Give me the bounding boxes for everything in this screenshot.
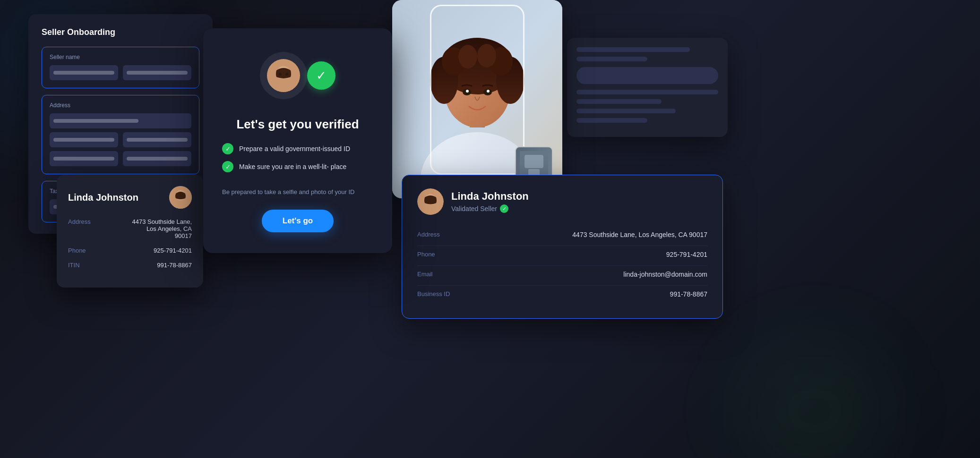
seller-name-label: Seller name bbox=[50, 54, 191, 60]
address-section: Address bbox=[42, 95, 199, 174]
phone-row: Phone 925-791-4201 bbox=[417, 246, 707, 266]
check-icon-1: ✓ bbox=[222, 143, 233, 154]
address-row: Address 4473 Southside Lane, Los Angeles… bbox=[417, 226, 707, 246]
validated-badge-text: Validated Seller bbox=[451, 205, 497, 212]
validated-avatar bbox=[417, 188, 444, 215]
profile-phone-row: Phone 925-791-4201 bbox=[68, 247, 192, 254]
business-id-row: Business ID 991-78-8867 bbox=[417, 286, 707, 305]
address-line1-input[interactable] bbox=[50, 113, 191, 128]
profile-address-row: Address 4473 Southside Lane, Los Angeles… bbox=[68, 218, 192, 239]
profile-itin-row: ITIN 991-78-8867 bbox=[68, 262, 192, 269]
address-label: Address bbox=[50, 102, 191, 109]
validated-address-label: Address bbox=[417, 231, 440, 238]
ri-line-4 bbox=[576, 99, 662, 104]
verification-icons: ✓ bbox=[260, 47, 335, 104]
address-row2 bbox=[50, 132, 191, 147]
first-name-input[interactable] bbox=[50, 65, 118, 80]
validated-address-value: 4473 Southside Lane, Los Angeles, CA 900… bbox=[572, 231, 707, 238]
profile-name: Linda Johnston bbox=[68, 192, 138, 203]
ri-line-6 bbox=[576, 118, 647, 123]
ri-line-3 bbox=[576, 90, 718, 94]
validated-phone-label: Phone bbox=[417, 251, 435, 258]
face-svg bbox=[267, 59, 300, 92]
ri-line-2 bbox=[576, 57, 647, 61]
profile-card: Linda Johnston Address 4473 Southside La… bbox=[57, 175, 203, 288]
last-name-input[interactable] bbox=[123, 65, 191, 80]
shield-check-icon: ✓ bbox=[307, 61, 335, 90]
ri-line-1 bbox=[576, 47, 690, 52]
seller-name-row bbox=[50, 65, 191, 80]
check-label-1: Prepare a valid government-issued ID bbox=[239, 145, 350, 153]
state-input[interactable] bbox=[123, 132, 191, 147]
svg-point-6 bbox=[279, 73, 282, 76]
validated-fields: Address 4473 Southside Lane, Los Angeles… bbox=[417, 226, 707, 305]
itin-field-label: ITIN bbox=[68, 262, 80, 269]
profile-header: Linda Johnston bbox=[68, 186, 192, 209]
lets-go-button[interactable]: Let's go bbox=[262, 210, 334, 232]
validated-email-value: linda-johnston@domain.com bbox=[623, 271, 707, 278]
svg-point-7 bbox=[285, 73, 288, 76]
verification-title: Let's get you verified bbox=[236, 117, 359, 132]
email-row: Email linda-johnston@domain.com bbox=[417, 266, 707, 286]
validated-business-id-label: Business ID bbox=[417, 290, 450, 297]
avatar bbox=[169, 186, 192, 209]
right-info-card bbox=[567, 38, 728, 137]
seller-name-section: Seller name bbox=[42, 47, 199, 88]
verification-note: Be prepared to take a selfie and photo o… bbox=[222, 188, 373, 195]
address-field-label: Address bbox=[68, 218, 91, 239]
onboarding-title: Seller Onboarding bbox=[42, 27, 199, 37]
check-icon-2: ✓ bbox=[222, 161, 233, 172]
validated-badge: Validated Seller ✓ bbox=[451, 204, 529, 213]
address-field-value: 4473 Southside Lane, Los Angeles, CA 900… bbox=[132, 218, 192, 239]
validated-email-label: Email bbox=[417, 271, 433, 278]
validated-name: Linda Johnston bbox=[451, 190, 529, 203]
ri-line-5 bbox=[576, 109, 676, 113]
video-card bbox=[392, 0, 562, 198]
zip-input[interactable] bbox=[50, 151, 118, 166]
validated-seller-card: Linda Johnston Validated Seller ✓ Addres… bbox=[402, 175, 723, 319]
phone-frame bbox=[430, 5, 524, 175]
verification-card: ✓ Let's get you verified ✓ Prepare a val… bbox=[203, 28, 392, 253]
video-inner bbox=[392, 0, 562, 198]
face-avatar bbox=[267, 59, 300, 92]
address-row3 bbox=[50, 151, 191, 166]
validated-business-id-value: 991-78-8867 bbox=[670, 290, 707, 298]
check-item-2: ✓ Make sure you are in a well-lit- place bbox=[222, 161, 373, 172]
address-row1 bbox=[50, 113, 191, 128]
phone-field-label: Phone bbox=[68, 247, 86, 254]
check-item-1: ✓ Prepare a valid government-issued ID bbox=[222, 143, 373, 154]
city-input[interactable] bbox=[50, 132, 118, 147]
validated-header: Linda Johnston Validated Seller ✓ bbox=[417, 188, 707, 215]
check-label-2: Make sure you are in a well-lit- place bbox=[239, 163, 346, 170]
avatar-svg bbox=[169, 186, 192, 209]
validated-name-group: Linda Johnston Validated Seller ✓ bbox=[451, 190, 529, 213]
phone-field-value: 925-791-4201 bbox=[154, 247, 192, 254]
verified-check-icon: ✓ bbox=[500, 204, 508, 213]
svg-rect-24 bbox=[524, 155, 543, 168]
validated-phone-value: 925-791-4201 bbox=[666, 251, 707, 258]
face-circle-bg bbox=[260, 52, 307, 99]
validated-avatar-svg bbox=[417, 188, 444, 215]
ri-button[interactable] bbox=[576, 67, 718, 84]
country-input[interactable] bbox=[123, 151, 191, 166]
checklist: ✓ Prepare a valid government-issued ID ✓… bbox=[222, 143, 373, 179]
itin-field-value: 991-78-8867 bbox=[157, 262, 192, 269]
